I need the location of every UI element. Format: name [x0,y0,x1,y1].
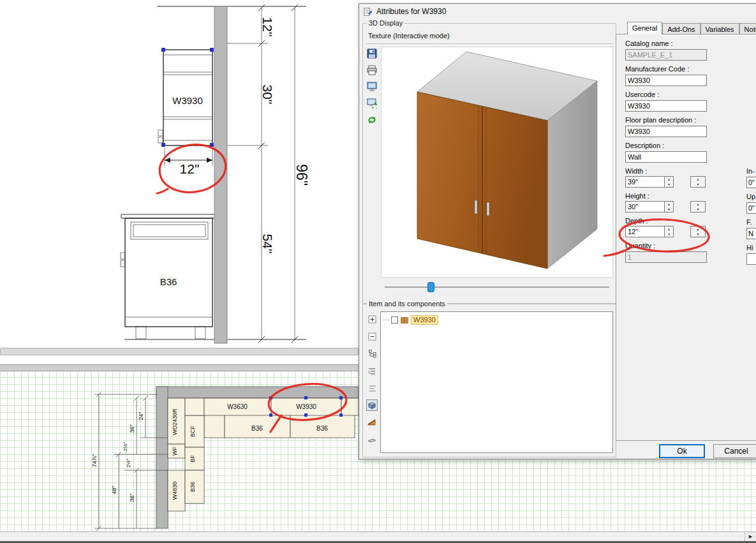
depth-spinner[interactable]: ▴ ▾ [665,226,674,237]
height-fraction-up-icon[interactable]: ▴ [691,202,705,207]
plan-label-b36-b: B36 [316,425,328,432]
3d-viewport[interactable] [381,47,613,278]
hierarchy-icon[interactable] [366,348,378,359]
components-tree[interactable]: W3930 [380,311,613,453]
save-icon[interactable] [366,48,378,59]
f-label: F. [746,218,756,226]
expand-all-icon[interactable] [366,313,378,325]
depth-fraction-down-icon[interactable]: ▾ [691,232,705,237]
3d-toolbar [364,48,380,126]
width-spin-up-icon[interactable]: ▴ [665,177,673,182]
slider-thumb[interactable] [427,282,434,292]
width-label: Width : [625,167,756,175]
tab-notes[interactable]: Notes [739,23,756,34]
width-fraction-up-icon[interactable]: ▴ [691,177,705,182]
ok-button[interactable]: Ok [659,444,705,458]
slider-track[interactable] [385,286,609,288]
depth-input[interactable] [625,226,665,237]
dim-12-depth: 12" [180,161,200,176]
elevation-dim-total: 96" [292,4,310,343]
scroll-right-icon[interactable]: ▶ [745,532,756,541]
in-input[interactable] [746,177,756,188]
tree-item-w3930[interactable]: W3930 [381,312,612,325]
usercode-input[interactable] [625,100,707,112]
plan-label-bf: BF [189,455,196,463]
app-root: W3930 B36 [0,0,756,543]
quantity-input[interactable] [625,251,707,263]
catalog-name-label: Catalog name : [625,40,756,47]
width-spinner[interactable]: ▴ ▾ [665,176,674,188]
width-input[interactable] [625,176,665,188]
plan-cabinets[interactable] [168,398,359,511]
height-fraction-spinner[interactable]: ▴ ▾ [690,201,706,212]
depth-fraction-spinner[interactable]: ▴ ▾ [690,226,706,237]
up-label: Up [746,193,756,200]
manufacturer-code-input[interactable] [625,75,707,86]
plan-label-w3630: W3630 [227,403,248,410]
manufacturer-code-label: Manufacturer Code : [625,65,756,73]
tree-item-checkbox[interactable] [391,316,398,324]
description-input[interactable] [625,151,707,163]
up-input[interactable] [746,202,756,214]
monitor-refresh-icon[interactable] [366,98,378,109]
attributes-dialog-icon [363,7,373,17]
depth-field: Depth : ▴ ▾ ▴ ▾ [625,217,756,237]
floorplan-description-input[interactable] [625,126,707,137]
height-spinner[interactable]: ▴ ▾ [665,201,674,212]
tab-general[interactable]: General [627,22,662,34]
door-handle-left [475,200,477,214]
elevation-base-cabinet[interactable]: B36 [121,214,214,339]
plan-label-bcf: BCF [189,425,196,437]
hi-input[interactable] [746,253,756,265]
plan-dim-2b: 2½" [126,459,131,468]
dim-54: 54" [260,234,275,254]
outdent-icon[interactable] [366,365,378,376]
tab-variables[interactable]: Variables [700,23,739,34]
elevation-base-cabinet-label: B36 [160,276,177,287]
width-fraction-down-icon[interactable]: ▾ [691,182,705,187]
cancel-button[interactable]: Cancel [713,444,756,458]
plan-dim-74: 74⅞" [91,454,98,468]
wedge-icon[interactable] [366,417,378,428]
tab-add-ons[interactable]: Add-Ons [662,23,700,34]
dim-12-top: 12" [260,17,275,37]
collapse-all-icon[interactable] [366,331,378,342]
horizontal-scrollbar[interactable]: ▶ [0,532,756,541]
plan-label-w3930: W3930 [296,403,316,410]
plan-dim-48: 48" [111,486,117,494]
height-input[interactable] [625,201,665,212]
height-spin-down-icon[interactable]: ▾ [665,207,673,212]
indent-icon[interactable] [366,382,378,394]
in-field: In- [746,167,756,188]
3d-box-icon[interactable] [366,399,378,411]
view-zoom-slider[interactable] [385,281,609,293]
refresh-icon[interactable] [366,114,378,126]
quantity-field: Quantity : [625,242,756,263]
depth-fraction-up-icon[interactable]: ▴ [691,227,705,232]
elevation-dim-depth: 12" [165,148,212,176]
elevation-wall-cabinet[interactable]: W3930 [158,50,212,145]
dialog-titlebar[interactable]: Attributes for W3930 [359,4,756,19]
height-fraction-down-icon[interactable]: ▾ [691,207,705,212]
components-toolbar [364,313,380,445]
height-spin-up-icon[interactable]: ▴ [665,202,673,207]
print-icon[interactable] [366,64,378,76]
f-input[interactable] [746,228,756,239]
description-field: Description : [625,142,756,163]
tree-item-label: W3930 [411,315,438,325]
flat-panel-icon[interactable] [366,434,378,445]
side-fields: In- Up F. Hi [746,167,756,269]
plan-dim-36b: 36" [129,493,135,502]
depth-spin-up-icon[interactable]: ▴ [665,227,673,232]
plan-label-w4830: W4830 [172,482,178,500]
depth-spin-down-icon[interactable]: ▾ [665,232,673,237]
width-field: Width : ▴ ▾ ▴ ▾ [625,167,756,188]
group-components-label: Item and its components [367,300,447,308]
catalog-name-input[interactable] [625,49,707,61]
plan-label-wd2430r: WD2430R [172,408,178,435]
monitor-icon[interactable] [366,81,378,93]
manufacturer-code-field: Manufacturer Code : [625,65,756,86]
width-spin-down-icon[interactable]: ▾ [665,182,673,187]
width-fraction-spinner[interactable]: ▴ ▾ [690,176,706,188]
elevation-dim-chain: 12" 30" 54" [227,4,275,343]
